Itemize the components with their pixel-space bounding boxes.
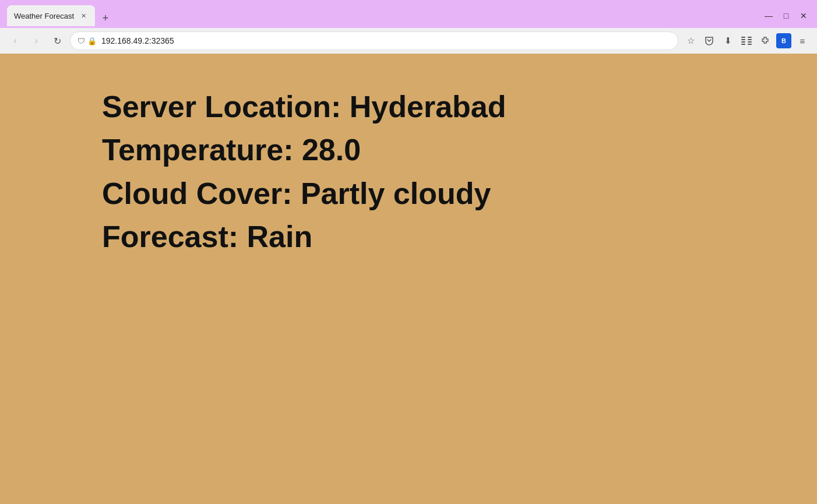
title-bar: Weather Forecast ✕ + — □ ✕	[0, 0, 817, 28]
svg-rect-2	[741, 41, 745, 43]
bookmark-icon[interactable]: ☆	[683, 33, 698, 48]
reload-button[interactable]: ↻	[49, 33, 65, 49]
cloud-cover: Cloud Cover: Partly cloudy	[102, 175, 817, 212]
address-bar[interactable]: 🛡 🔒 192.168.49.2:32365	[70, 31, 678, 50]
forward-button[interactable]: ›	[28, 33, 44, 49]
maximize-button[interactable]: □	[780, 9, 793, 22]
download-icon[interactable]: ⬇	[720, 33, 735, 48]
forecast: Forecast: Rain	[102, 218, 817, 255]
window-controls: — □ ✕	[762, 9, 810, 22]
tab-strip: Weather Forecast ✕ +	[7, 5, 762, 26]
extensions-icon[interactable]	[758, 33, 773, 48]
nav-right-icons: ☆ ⬇	[683, 33, 810, 48]
browser-chrome: Weather Forecast ✕ + — □ ✕ ‹	[0, 0, 817, 54]
weather-info: Server Location: Hyderabad Temperature: …	[102, 89, 817, 255]
svg-rect-4	[748, 37, 752, 38]
svg-rect-6	[748, 41, 752, 43]
address-text: 192.168.49.2:32365	[101, 36, 671, 45]
svg-rect-3	[741, 44, 745, 45]
menu-icon[interactable]: ≡	[795, 33, 810, 48]
new-tab-button[interactable]: +	[97, 10, 114, 26]
nav-bar: ‹ › ↻ 🛡 🔒 192.168.49.2:32365 ☆ ⬇	[0, 28, 817, 54]
reader-view-icon[interactable]	[739, 33, 754, 48]
svg-rect-0	[741, 37, 745, 38]
back-button[interactable]: ‹	[7, 33, 23, 49]
close-button[interactable]: ✕	[797, 9, 810, 22]
server-location: Server Location: Hyderabad	[102, 89, 817, 125]
tab-title: Weather Forecast	[14, 12, 74, 20]
address-security-icons: 🛡 🔒	[78, 37, 97, 45]
svg-rect-5	[748, 39, 752, 40]
pocket-icon[interactable]	[702, 33, 717, 48]
svg-rect-7	[748, 44, 752, 45]
bitwarden-icon[interactable]: B	[776, 33, 791, 48]
active-tab[interactable]: Weather Forecast ✕	[7, 5, 95, 26]
svg-rect-1	[741, 39, 745, 40]
page-content: Server Location: Hyderabad Temperature: …	[0, 54, 817, 496]
lock-icon: 🔒	[87, 37, 97, 45]
shield-icon: 🛡	[78, 37, 85, 45]
temperature: Temperature: 28.0	[102, 132, 817, 168]
minimize-button[interactable]: —	[762, 9, 775, 22]
tab-close-button[interactable]: ✕	[79, 11, 88, 20]
